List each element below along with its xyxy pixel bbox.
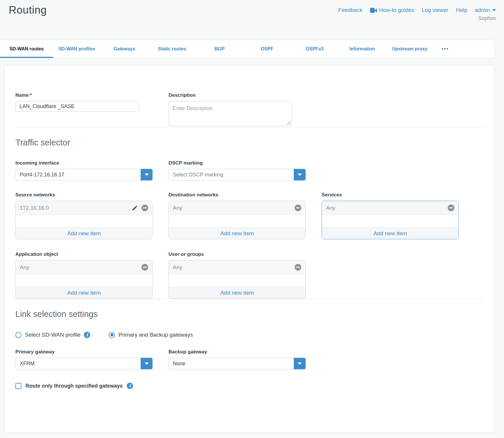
section-divider [15,299,483,299]
dscp-select[interactable]: Select DSCP marking [168,169,306,180]
backup-gateway-label: Backup gateway [168,349,306,355]
route-only-checkbox[interactable] [15,383,21,389]
source-networks-label: Source networks [15,192,153,198]
user-groups-group: User or groups Any Add new item [168,251,306,299]
video-camera-icon [370,8,377,13]
admin-menu[interactable]: admin [475,7,496,13]
primary-gateway-value: XFRM [16,361,141,367]
remove-item-icon[interactable] [295,205,301,211]
list-item: Any [169,201,305,215]
item-box-empty-area [16,274,152,287]
routing-tabbar: SD-WAN routes SD-WAN profiles Gateways S… [0,40,495,58]
dscp-value: Select DSCP marking [169,172,294,178]
incoming-interface-value: Port4-172.16.16.17 [16,172,141,178]
add-new-item-button[interactable]: Add new item [169,287,305,298]
dscp-label: DSCP marking [168,160,306,166]
description-label: Description [168,92,306,98]
add-new-item-button[interactable]: Add new item [322,227,458,239]
info-icon[interactable]: i [84,332,90,338]
more-tabs-button[interactable]: ••• [434,40,457,58]
top-header: Routing Feedback How-to guides Log viewe… [0,0,504,40]
name-input[interactable] [15,101,139,112]
dscp-group: DSCP marking Select DSCP marking [168,160,306,180]
tab-static-routes[interactable]: Static routes [148,40,196,58]
primary-gateway-label: Primary gateway [15,349,153,355]
traffic-selector-heading: Traffic selector [15,138,483,147]
destination-networks-box: Any Add new item [168,201,306,239]
remove-item-icon[interactable] [142,264,148,271]
name-field-group: Name* [15,92,153,127]
remove-item-icon[interactable] [448,205,454,211]
tab-sd-wan-profiles[interactable]: SD-WAN profiles [53,40,101,58]
tab-upstream-proxy[interactable]: Upstream proxy [386,40,434,58]
primary-backup-radio[interactable]: Primary and Backup gateways [109,332,193,338]
application-object-label: Application object [15,251,153,257]
tab-ospf[interactable]: OSPF [243,40,291,58]
help-link[interactable]: Help [456,7,467,13]
radio-selected-icon[interactable] [109,332,115,338]
header-links: Feedback How-to guides Log viewer Help a… [338,7,496,13]
item-box-empty-area [169,215,305,227]
destination-networks-label: Destination networks [168,192,306,198]
destination-networks-group: Destination networks Any Add new item [168,192,306,239]
tab-bgp[interactable]: BGP [196,40,243,58]
radio-unselected-icon[interactable] [15,332,21,338]
tab-sd-wan-routes[interactable]: SD-WAN routes [0,40,53,58]
tab-gateways[interactable]: Gateways [101,40,148,58]
section-divider [15,127,483,127]
services-group: Services Any Add new item [322,192,459,239]
description-textarea[interactable] [168,101,292,126]
list-item: Any [169,260,305,274]
add-new-item-button[interactable]: Add new item [16,227,152,239]
chevron-down-icon[interactable] [294,358,306,369]
primary-gateway-select[interactable]: XFRM [15,358,153,369]
source-networks-group: Source networks 172.16.16.0 Add new item [15,192,153,239]
list-item: 172.16.16.0 [16,201,152,215]
chevron-down-icon[interactable] [294,169,306,180]
feedback-link[interactable]: Feedback [338,7,362,13]
services-box: Any Add new item [322,201,459,239]
incoming-interface-label: Incoming interface [15,160,153,166]
brand-label: Sophos [338,15,496,21]
services-label: Services [322,192,459,198]
description-field-group: Description [168,92,306,127]
required-asterisk: * [30,92,32,98]
list-item: Any [322,201,458,215]
application-object-group: Application object Any Add new item [15,251,153,299]
item-box-empty-area [169,274,305,287]
list-item: Any [16,260,152,274]
incoming-interface-select[interactable]: Port4-172.16.16.17 [15,169,153,180]
primary-gateway-group: Primary gateway XFRM [15,349,153,369]
name-label: Name* [15,92,153,98]
sd-wan-route-form: Name* Description Traffic selector Incom… [5,65,494,433]
tab-information[interactable]: Information [338,40,386,58]
log-viewer-link[interactable]: Log viewer [422,7,448,13]
item-box-empty-area [16,215,152,227]
chevron-down-icon[interactable] [141,358,153,369]
tab-ospfv3[interactable]: OSPFv3 [291,40,338,58]
backup-gateway-group: Backup gateway None [168,349,306,369]
sdwan-profile-radio[interactable]: Select SD-WAN profile i [15,332,90,338]
backup-gateway-select[interactable]: None [168,358,306,369]
edit-pencil-icon[interactable] [132,205,138,211]
info-icon[interactable]: i [127,383,133,389]
backup-gateway-value: None [169,361,294,367]
source-networks-box: 172.16.16.0 Add new item [15,201,153,239]
howto-guides-link[interactable]: How-to guides [370,7,414,13]
chevron-down-icon [492,9,496,11]
remove-item-icon[interactable] [295,264,301,271]
item-box-empty-area [322,215,458,227]
page-title: Routing [9,4,47,40]
add-new-item-button[interactable]: Add new item [16,287,152,298]
application-object-box: Any Add new item [15,260,153,299]
user-groups-label: User or groups [168,251,306,257]
route-only-checkbox-label: Route only through specified gateways [26,383,123,389]
user-groups-box: Any Add new item [168,260,306,299]
remove-item-icon[interactable] [142,205,148,211]
chevron-down-icon[interactable] [141,169,153,180]
add-new-item-button[interactable]: Add new item [169,227,305,239]
incoming-interface-group: Incoming interface Port4-172.16.16.17 [15,160,153,180]
link-selection-heading: Link selection settings [15,309,483,319]
